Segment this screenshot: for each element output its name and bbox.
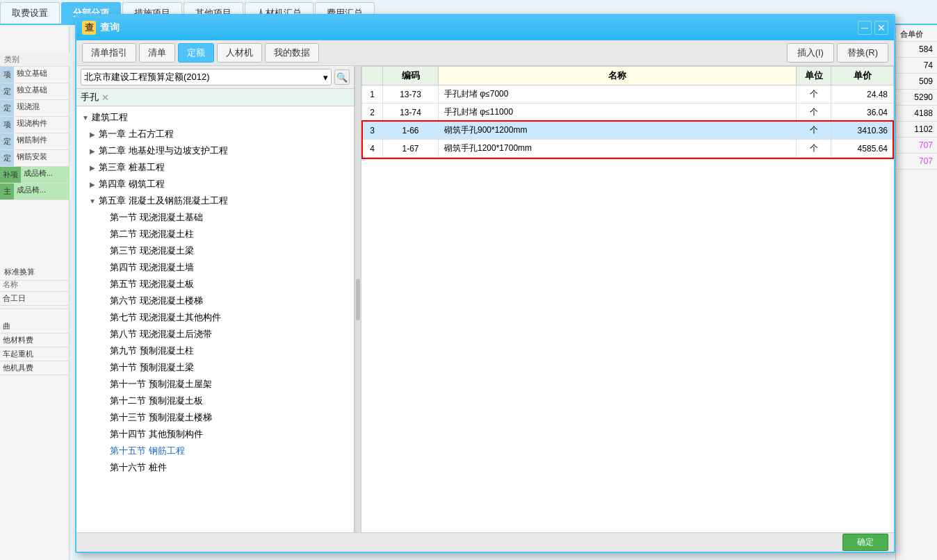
expand-icon [99,396,108,406]
expand-icon [99,246,108,256]
list-item: 定 独立基础 [0,83,70,100]
sidebar-items: 类别 项 独立基础 定 独立基础 定 现浇混 项 现浇构件 定 钢筋制件 定 钢… [0,53,70,200]
tree-node-s9[interactable]: 第九节 预制混凝土柱 [76,343,354,359]
tree-node-s11[interactable]: 第十一节 预制混凝土屋架 [76,376,354,393]
tree-node-label: 第六节 现浇混凝土楼梯 [110,295,203,307]
tree-node-s15-highlighted[interactable]: 第十五节 钢筋工程 [76,443,354,459]
tree-node-label: 第五节 现浇混凝土板 [110,278,194,290]
row-price: 4585.64 [831,140,894,158]
sidebar-item-label: 钢筋制件 [14,133,70,149]
insert-button[interactable]: 插入(I) [787,43,834,63]
tree-node-label: 第二章 地基处理与边坡支护工程 [99,145,228,157]
row-num: 2 [362,104,383,122]
right-numbers-panel: 合单价 584 74 509 5290 4188 1102 707 707 [895,26,937,560]
expand-icon [99,313,108,322]
tab-wodeshuju[interactable]: 我的数据 [265,43,319,63]
results-table: 编码 名称 单位 单价 1 13-73 手孔封堵 φ≤7000 个 24.48 [361,66,894,158]
table-row[interactable]: 4 1-67 砌筑手孔1200*1700mm 个 4585.64 [362,140,894,158]
tab-qufeishezhi[interactable]: 取费设置 [0,2,60,24]
tree-node-s8[interactable]: 第八节 现浇混凝土后浇带 [76,326,354,343]
tree-node-ch4[interactable]: ▶ 第四章 砌筑工程 [76,176,354,192]
tree-node-ch2[interactable]: ▶ 第二章 地基处理与边坡支护工程 [76,142,354,159]
tree-node-s10[interactable]: 第十节 预制混凝土梁 [76,359,354,376]
row-num: 4 [362,140,383,158]
expand-icon: ▶ [88,129,97,139]
expand-icon [99,296,108,306]
ok-button[interactable]: 确定 [842,534,888,551]
tree-node-label: 第二节 现浇混凝土柱 [110,228,194,240]
expand-icon [99,429,108,439]
row-price: 3410.36 [831,122,894,140]
sidebar-type-badge: 补项 [0,167,21,183]
row-price: 24.48 [831,85,894,104]
search-icon[interactable]: 🔍 [334,69,350,85]
tree-node-s3[interactable]: 第三节 现浇混凝土梁 [76,242,354,259]
tree-node-s5[interactable]: 第五节 现浇混凝土板 [76,276,354,293]
tree-node-s16[interactable]: 第十六节 桩件 [76,459,354,476]
tab-qingdanzhinyin[interactable]: 清单指引 [82,43,136,63]
minimize-button[interactable]: ─ [858,21,872,35]
col-header-num [362,67,383,85]
modal-footer: 确定 [76,532,894,552]
tree-scroll[interactable]: ▼ 建筑工程 ▶ 第一章 土石方工程 ▶ 第二章 地基处理与边坡支护工程 ▶ 第… [76,106,354,532]
sidebar-item-label: 钢筋安装 [14,150,70,166]
replace-button[interactable]: 替换(R) [837,43,888,63]
modal-title: 查询 [100,22,858,34]
tree-node-s14[interactable]: 第十四节 其他预制构件 [76,426,354,443]
row-name: 手孔封堵 φ≤11000 [439,104,797,122]
row-code: 1-67 [383,140,439,158]
dropdown-arrow-icon: ▾ [323,72,328,83]
keyword-bar: 手孔 ✕ [76,89,354,106]
row-name: 砌筑手孔900*1200mm [439,122,797,140]
expand-icon: ▼ [81,113,90,122]
tree-node-s12[interactable]: 第十二节 预制混凝土板 [76,393,354,409]
keyword-clear-icon[interactable]: ✕ [101,92,109,103]
table-row[interactable]: 1 13-73 手孔封堵 φ≤7000 个 24.48 [362,85,894,104]
right-value: 5290 [896,90,937,106]
row-unit: 个 [797,104,831,122]
table-row[interactable]: 2 13-74 手孔封堵 φ≤11000 个 36.04 [362,104,894,122]
tab-qingdan[interactable]: 清单 [139,43,175,63]
tree-scrollbar[interactable] [355,66,361,532]
tree-node-label: 第一章 土石方工程 [99,128,174,140]
sidebar-type-badge: 定 [0,83,14,99]
tab-rencaiji[interactable]: 人材机 [217,43,262,63]
tree-node-s2[interactable]: 第二节 现浇混凝土柱 [76,226,354,242]
tree-node-label: 第十三节 预制混凝土楼梯 [110,411,212,424]
quota-dropdown-text: 北京市建设工程预算定额(2012) [84,71,210,83]
expand-icon [99,446,108,456]
tree-node-label: 第十六节 桩件 [110,461,167,474]
modal-body: 北京市建设工程预算定额(2012) ▾ 🔍 手孔 ✕ ▼ 建筑工程 ▶ 第一章 … [76,66,894,532]
table-row-selected[interactable]: 3 1-66 砌筑手孔900*1200mm 个 3410.36 [362,122,894,140]
sidebar-type-badge: 定 [0,100,14,116]
tree-node-s7[interactable]: 第七节 现浇混凝土其他构件 [76,309,354,326]
tree-node-s6[interactable]: 第六节 现浇混凝土楼梯 [76,293,354,309]
list-item: 定 现浇混 [0,100,70,117]
tree-node-jianzhu[interactable]: ▼ 建筑工程 [76,109,354,126]
qu-label: 曲 [0,320,70,333]
sidebar-item-label: 成品椅... [21,167,70,183]
close-button[interactable]: ✕ [874,21,888,35]
list-item: 主 成品椅... [0,183,70,200]
row-price: 36.04 [831,104,894,122]
tree-node-s1[interactable]: 第一节 现浇混凝土基础 [76,209,354,226]
row-num: 1 [362,85,383,104]
modal-icon: 查 [82,21,96,35]
tree-header: 北京市建设工程预算定额(2012) ▾ 🔍 [76,66,354,89]
expand-icon [99,329,108,339]
tree-node-label: 第三节 现浇混凝土梁 [110,245,194,257]
right-value: 707 [896,154,937,170]
tree-node-label: 建筑工程 [92,111,128,124]
tree-node-ch3[interactable]: ▶ 第三章 桩基工程 [76,159,354,176]
tree-node-label: 第九节 预制混凝土柱 [110,345,194,357]
tree-node-ch5[interactable]: ▼ 第五章 混凝土及钢筋混凝土工程 [76,192,354,209]
quota-dropdown[interactable]: 北京市建设工程预算定额(2012) ▾ [81,69,332,85]
keyword-label: 手孔 [81,91,99,104]
tree-node-s4[interactable]: 第四节 现浇混凝土墙 [76,259,354,276]
tab-dinge[interactable]: 定额 [178,43,214,63]
tree-node-label: 第十四节 其他预制构件 [110,428,203,440]
tree-node-ch1[interactable]: ▶ 第一章 土石方工程 [76,126,354,142]
tree-node-s13[interactable]: 第十三节 预制混凝土楼梯 [76,409,354,426]
expand-icon [99,263,108,272]
modal-controls: ─ ✕ [858,21,888,35]
